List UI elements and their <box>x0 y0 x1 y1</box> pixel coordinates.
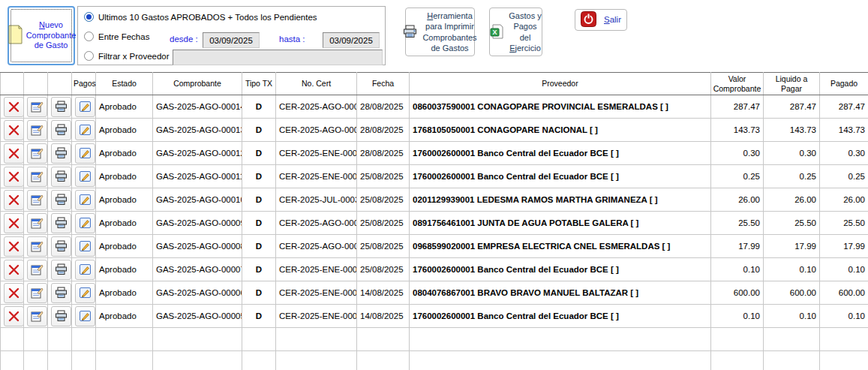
delete-row-button[interactable] <box>4 97 24 117</box>
edit-pencil-icon <box>79 310 92 322</box>
cell-proveedor-link[interactable]: 1768105050001 CONAGOPARE NACIONAL [ ] <box>410 119 711 142</box>
print-row-button[interactable] <box>51 97 71 117</box>
print-row-button[interactable] <box>51 190 71 210</box>
exit-button[interactable]: Salir <box>575 9 627 31</box>
pagos-edit-button[interactable] <box>75 306 95 326</box>
radio-between-dates[interactable] <box>84 32 94 41</box>
cell-proveedor-link[interactable]: 0201129939001 LEDESMA RAMOS MARTHA GRIMA… <box>410 188 711 212</box>
pagos-edit-button[interactable] <box>75 260 95 280</box>
hasta-date-input[interactable] <box>323 32 380 48</box>
cell-proveedor-link[interactable]: 0891756461001 JUNTA DE AGUA POTABLE GALE… <box>410 212 711 235</box>
pagos-edit-button[interactable] <box>75 283 95 303</box>
printer-icon <box>55 217 68 229</box>
pagos-edit-button[interactable] <box>75 143 95 164</box>
cell-pagado: 0.25 <box>820 165 868 188</box>
delete-row-button[interactable] <box>4 283 24 303</box>
radio-provider-label: Filtrar x Proveedor <box>98 52 170 61</box>
cell-fecha: 28/08/2025 <box>357 95 410 119</box>
print-row-button[interactable] <box>51 167 71 187</box>
pagos-edit-button[interactable] <box>75 236 95 257</box>
power-icon <box>581 11 596 29</box>
cell-valor: 287.47 <box>711 95 764 119</box>
filter-option-provider[interactable]: Filtrar x Proveedor <box>84 51 170 61</box>
red-x-icon <box>8 218 20 229</box>
delete-row-button[interactable] <box>4 306 24 326</box>
properties-icon <box>31 240 44 252</box>
cell-tipo-tx: D <box>242 212 276 235</box>
print-row-button[interactable] <box>51 236 71 257</box>
delete-row-button[interactable] <box>4 143 24 164</box>
cell-comprobante: GAS-2025-AGO-00007 <box>153 258 242 281</box>
cell-pagado: 0.10 <box>820 258 868 281</box>
red-x-icon <box>8 287 20 299</box>
cell-tipo-tx: D <box>242 165 276 188</box>
header-valor: Valor Comprobante <box>711 73 764 95</box>
properties-row-button[interactable] <box>27 260 47 280</box>
cell-pagado: 600.00 <box>820 281 868 305</box>
pagos-edit-button[interactable] <box>75 97 95 117</box>
pagos-edit-button[interactable] <box>75 120 95 140</box>
delete-row-button[interactable] <box>4 236 24 257</box>
edit-pencil-icon <box>79 263 92 275</box>
properties-row-button[interactable] <box>27 213 47 233</box>
excel-report-button[interactable]: X Gastos y Pagos del Ejercicio <box>489 8 542 56</box>
properties-row-button[interactable] <box>27 306 47 326</box>
print-row-button[interactable] <box>51 306 71 326</box>
cell-proveedor-link[interactable]: 1760002600001 Banco Central del Ecuador … <box>410 142 711 165</box>
expense-row: Aprobado GAS-2025-AGO-00012 D CER-2025-E… <box>1 142 868 165</box>
cell-valor: 0.10 <box>711 258 764 281</box>
delete-row-button[interactable] <box>4 190 24 210</box>
expense-row: Aprobado GAS-2025-AGO-00009 D CER-2025-A… <box>1 212 868 235</box>
cell-tipo-tx: D <box>242 95 276 119</box>
cell-fecha: 25/08/2025 <box>357 165 410 188</box>
cell-proveedor-link[interactable]: 0804076867001 BRAVO BRAVO MANUEL BALTAZA… <box>410 281 711 305</box>
delete-row-button[interactable] <box>4 260 24 280</box>
delete-row-button[interactable] <box>4 213 24 233</box>
cell-proveedor-link[interactable]: 1760002600001 Banco Central del Ecuador … <box>410 258 711 281</box>
filter-option-between-dates[interactable]: Entre Fechas <box>84 32 149 41</box>
cell-estado: Aprobado <box>96 119 153 142</box>
properties-row-button[interactable] <box>27 167 47 187</box>
properties-row-button[interactable] <box>27 190 47 210</box>
cell-tipo-tx: D <box>242 235 276 258</box>
radio-provider[interactable] <box>84 51 94 61</box>
new-voucher-button[interactable]: Nuevo Comprobante de Gasto <box>8 6 75 65</box>
properties-row-button[interactable] <box>27 97 47 117</box>
print-row-button[interactable] <box>51 143 71 164</box>
print-row-button[interactable] <box>51 120 71 140</box>
edit-pencil-icon <box>79 194 92 206</box>
properties-row-button[interactable] <box>27 283 47 303</box>
cell-proveedor-link[interactable]: 1760002600001 Banco Central del Ecuador … <box>410 305 711 328</box>
empty-row <box>1 351 868 370</box>
edit-pencil-icon <box>79 287 92 299</box>
print-row-button[interactable] <box>51 213 71 233</box>
pagos-edit-button[interactable] <box>75 167 95 187</box>
cell-tipo-tx: D <box>242 258 276 281</box>
cell-proveedor-link[interactable]: 0860037590001 CONAGOPARE PROVINCIAL ESME… <box>410 95 711 119</box>
properties-row-button[interactable] <box>27 120 47 140</box>
cell-comprobante: GAS-2025-AGO-00011 <box>153 165 242 188</box>
cell-tipo-tx: D <box>242 119 276 142</box>
cell-proveedor-link[interactable]: 0968599020001 EMPRESA ELECTRICA CNEL ESM… <box>410 235 711 258</box>
grid-header-row: Pagos Estado Comprobante Tipo TX No. Cer… <box>1 73 868 95</box>
radio-last10[interactable] <box>84 12 94 22</box>
cell-comprobante: GAS-2025-AGO-00006 <box>153 281 242 305</box>
pagos-edit-button[interactable] <box>75 190 95 210</box>
cell-fecha: 25/08/2025 <box>357 235 410 258</box>
filter-option-last10[interactable]: Ultimos 10 Gastos APROBADOS + Todos los … <box>84 12 317 22</box>
print-row-button[interactable] <box>51 260 71 280</box>
properties-row-button[interactable] <box>27 143 47 164</box>
cell-proveedor-link[interactable]: 1760002600001 Banco Central del Ecuador … <box>410 165 711 188</box>
desde-date-input[interactable] <box>203 32 260 48</box>
print-vouchers-tool-button[interactable]: Herramienta para Imprimir Comprobantes d… <box>405 8 475 56</box>
properties-row-button[interactable] <box>27 236 47 257</box>
delete-row-button[interactable] <box>4 167 24 187</box>
cell-estado: Aprobado <box>96 212 153 235</box>
provider-filter-input[interactable] <box>173 50 383 65</box>
delete-row-button[interactable] <box>4 120 24 140</box>
properties-icon <box>31 194 44 206</box>
radio-last10-label: Ultimos 10 Gastos APROBADOS + Todos los … <box>98 13 317 22</box>
pagos-edit-button[interactable] <box>75 213 95 233</box>
cell-liquido: 0.30 <box>764 142 820 165</box>
print-row-button[interactable] <box>51 283 71 303</box>
